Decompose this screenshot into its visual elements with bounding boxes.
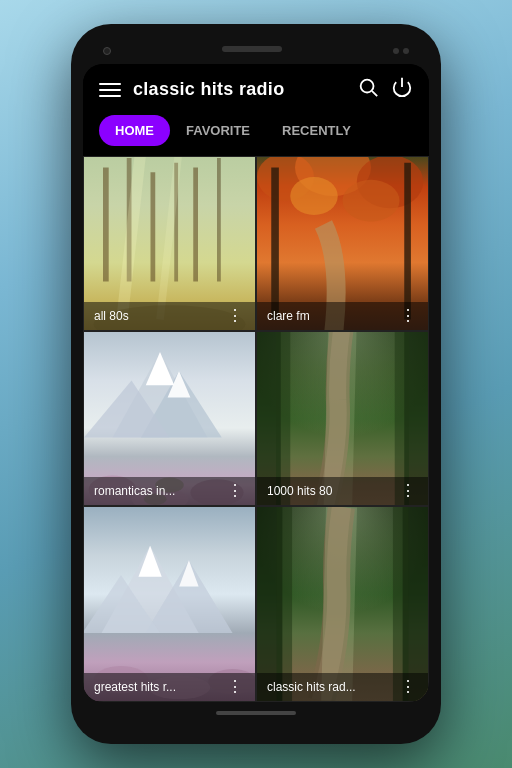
phone-top-bar — [83, 42, 429, 64]
speaker-grille — [222, 46, 282, 52]
svg-rect-9 — [217, 158, 221, 282]
more-options-icon[interactable]: ⋮ — [398, 679, 418, 695]
svg-rect-53 — [393, 507, 409, 701]
front-camera — [103, 47, 111, 55]
tab-favorite[interactable]: FAVORITE — [170, 115, 266, 146]
station-name: clare fm — [267, 309, 310, 323]
svg-line-54 — [337, 507, 342, 701]
station-name: romanticas in... — [94, 484, 175, 498]
item-overlay: 1000 hits 80 ⋮ — [257, 477, 428, 505]
app-header: classic hits radio — [83, 64, 429, 115]
station-name: all 80s — [94, 309, 129, 323]
search-icon[interactable] — [357, 76, 379, 103]
list-item[interactable]: 1000 hits 80 ⋮ — [256, 331, 429, 506]
app-title: classic hits radio — [133, 79, 345, 100]
hamburger-menu-button[interactable] — [99, 83, 121, 97]
item-overlay: clare fm ⋮ — [257, 302, 428, 330]
tab-recently[interactable]: RECENTLY — [266, 115, 367, 146]
item-overlay: greatest hits r... ⋮ — [84, 673, 255, 701]
item-overlay: romanticas in... ⋮ — [84, 477, 255, 505]
more-options-icon[interactable]: ⋮ — [225, 308, 245, 324]
svg-point-18 — [343, 180, 400, 222]
station-name: classic hits rad... — [267, 680, 356, 694]
list-item[interactable]: greatest hits r... ⋮ — [83, 506, 256, 702]
item-overlay: classic hits rad... ⋮ — [257, 673, 428, 701]
item-overlay: all 80s ⋮ — [84, 302, 255, 330]
svg-rect-6 — [151, 172, 156, 281]
sensor-dots — [393, 48, 409, 54]
more-options-icon[interactable]: ⋮ — [398, 483, 418, 499]
tab-home[interactable]: HOME — [99, 115, 170, 146]
tab-bar: HOME FAVORITE RECENTLY — [83, 115, 429, 156]
phone-bottom-bar — [83, 702, 429, 720]
more-options-icon[interactable]: ⋮ — [225, 483, 245, 499]
svg-point-17 — [290, 177, 338, 215]
station-name: greatest hits r... — [94, 680, 176, 694]
svg-line-1 — [372, 91, 377, 96]
list-item[interactable]: all 80s ⋮ — [83, 156, 256, 331]
svg-rect-52 — [277, 507, 293, 701]
list-item[interactable]: clare fm ⋮ — [256, 156, 429, 331]
svg-rect-20 — [404, 163, 411, 320]
radio-grid: all 80s ⋮ — [83, 156, 429, 702]
list-item[interactable]: classic hits rad... ⋮ — [256, 506, 429, 702]
power-icon[interactable] — [391, 76, 413, 103]
home-indicator — [216, 711, 296, 715]
station-name: 1000 hits 80 — [267, 484, 332, 498]
phone-screen: classic hits radio HOME FAVORITE RECENTL… — [83, 64, 429, 702]
more-options-icon[interactable]: ⋮ — [225, 679, 245, 695]
more-options-icon[interactable]: ⋮ — [398, 308, 418, 324]
list-item[interactable]: romanticas in... ⋮ — [83, 331, 256, 506]
phone-frame: classic hits radio HOME FAVORITE RECENTL… — [71, 24, 441, 744]
svg-rect-19 — [271, 168, 279, 320]
svg-rect-8 — [193, 168, 198, 282]
svg-rect-4 — [103, 168, 109, 282]
svg-point-0 — [361, 80, 374, 93]
